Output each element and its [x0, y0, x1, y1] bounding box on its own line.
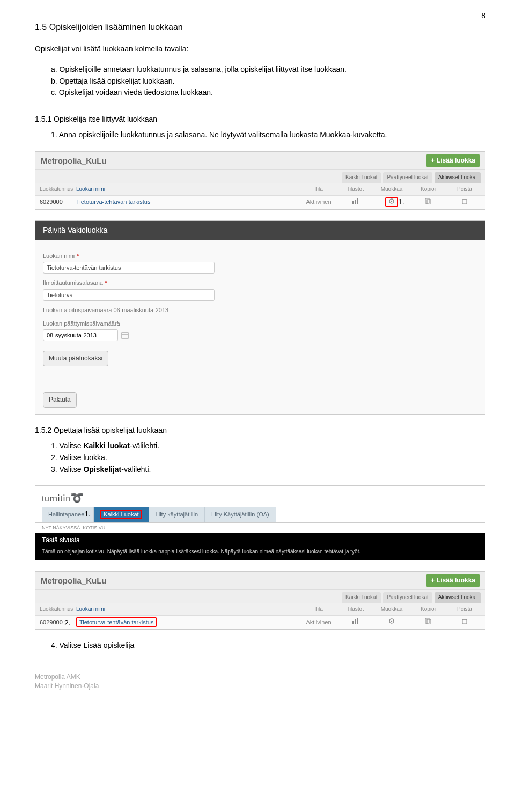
copy-icon — [425, 198, 431, 204]
form-title: Päivitä Vakioluokka — [35, 221, 485, 240]
gear-icon-2 — [388, 618, 395, 624]
tab-ended-classes[interactable]: Päättyneet luokat — [383, 172, 432, 183]
steps-1-5-1: 1. Anna opiskelijoille luokkatunnus ja s… — [51, 130, 485, 141]
step-1-5-2-2: 2. Valitse luokka. — [51, 453, 485, 463]
footer-line-2: Maarit Hynninen-Ojala — [35, 682, 485, 691]
screenshot-turnitin-home: turnitin➰ Hallintapaneeli Kaikki Luokat … — [35, 485, 485, 560]
turnitin-logo: turnitin➰ — [42, 490, 84, 505]
input-enroll-pass[interactable] — [43, 289, 215, 301]
stats-icon — [352, 198, 358, 204]
swirl-icon: ➰ — [70, 492, 84, 504]
abc-item-b: b. Opettaja lisää opiskelijat luokkaan. — [51, 76, 485, 87]
cell-delete-icon[interactable] — [448, 198, 481, 206]
cell-copy-icon-2[interactable] — [412, 618, 444, 626]
class-table-header: Luokkatunnus Luokan nimi Tila Tilastot M… — [35, 183, 485, 196]
input-end-date[interactable] — [43, 329, 118, 341]
svg-point-15 — [391, 621, 392, 622]
svg-rect-0 — [352, 201, 354, 204]
copy-icon-2 — [425, 618, 431, 624]
tab-active-classes[interactable]: Aktiiviset Luokat — [435, 172, 481, 183]
cell-edit-icon-2[interactable] — [376, 618, 408, 626]
add-class-label-2: Lisää luokka — [437, 576, 475, 585]
nav-tabs: Hallintapaneeli Kaikki Luokat 1. Liity k… — [35, 507, 485, 522]
svg-rect-7 — [462, 200, 467, 204]
class-tabs-row: Kaikki Luokat Päättyneet luokat Aktiivis… — [35, 170, 485, 183]
col-state: Tila — [303, 186, 335, 193]
stats-icon-2 — [352, 618, 358, 624]
tab-join-account[interactable]: Liity käyttäjätiliin — [149, 507, 205, 522]
heading-1-5-2: 1.5.2 Opettaja lisää opiskelijat luokkaa… — [35, 425, 485, 436]
tab-all-classes[interactable]: Kaikki Luokat — [342, 172, 381, 183]
col-copy-2: Kopioi — [412, 606, 444, 613]
footer-line-1: Metropolia AMK — [35, 673, 485, 682]
label-class-name: Luokan nimi • — [43, 252, 477, 260]
tab-all-classes-2[interactable]: Kaikki Luokat — [342, 592, 381, 603]
col-edit: Muokkaa — [376, 186, 408, 193]
svg-rect-2 — [357, 198, 358, 204]
calendar-icon[interactable] — [121, 331, 129, 339]
label-end-date: Luokan päättymispäivämäärä — [43, 320, 477, 328]
heading-1-5: 1.5 Opiskelijoiden lisääminen luokkaan — [35, 21, 485, 33]
tab-ended-classes-2[interactable]: Päättyneet luokat — [383, 592, 432, 603]
svg-point-4 — [391, 201, 392, 202]
cell-delete-icon-2[interactable] — [448, 618, 481, 626]
col-copy: Kopioi — [412, 186, 444, 193]
svg-rect-9 — [122, 333, 128, 338]
abc-list: a. Opiskelijoille annetaan luokkatunnus … — [51, 64, 485, 98]
steps-1-5-2: 1. Valitse Kaikki luokat-välilehti. 2. V… — [51, 441, 485, 475]
callout-2: 2. — [64, 618, 71, 629]
org-title: Metropolia_KuLu — [41, 155, 107, 166]
page-number: 8 — [481, 11, 485, 21]
input-class-name[interactable] — [43, 262, 215, 274]
add-class-button-2[interactable]: + Lisää luokka — [426, 574, 480, 587]
tab-join-account-oa[interactable]: Liity Käyttäjätiliin (OA) — [205, 507, 276, 522]
col-stats: Tilastot — [339, 186, 371, 193]
tab-active-classes-2[interactable]: Aktiiviset Luokat — [435, 592, 481, 603]
label-start-date: Luokan aloituspäivämäärä 06-maaliskuuta-… — [43, 306, 477, 314]
add-class-button[interactable]: + Lisää luokka — [426, 154, 480, 167]
screenshot-class-list-1: Metropolia_KuLu + Lisää luokka Kaikki Lu… — [35, 151, 485, 210]
screenshot-class-list-2: Metropolia_KuLu + Lisää luokka Kaikki Lu… — [35, 571, 485, 630]
label-enroll-pass: Ilmoittautumissalasana • — [43, 279, 477, 287]
step-1-5-2-4: 4. Valitse Lisää opiskelija — [51, 640, 485, 651]
col-name: Luokan nimi — [76, 186, 298, 193]
col-delete: Poista — [448, 186, 481, 193]
svg-rect-12 — [355, 619, 356, 624]
svg-rect-13 — [357, 618, 358, 624]
make-main-button[interactable]: Muuta pääluokaksi — [43, 351, 108, 366]
plus-icon: + — [431, 156, 435, 165]
screenshot-edit-class: Päivitä Vakioluokka Luokan nimi • Ilmoit… — [35, 220, 485, 415]
add-class-label: Lisää luokka — [437, 156, 475, 165]
about-text: Tämä on ohjaajan kotisivu. Näpäytä lisää… — [35, 548, 485, 560]
col-code-2: Luokkatunnus — [40, 606, 72, 613]
cell-class-state-2: Aktiivinen — [303, 618, 335, 626]
cell-class-name-2[interactable]: Tietoturva-tehtävän tarkistus 2. — [76, 618, 298, 626]
trash-icon — [461, 198, 468, 204]
restore-button[interactable]: Palauta — [43, 392, 77, 408]
svg-rect-1 — [355, 200, 356, 204]
cell-stats-icon-2[interactable] — [339, 618, 371, 626]
steps-1-5-2-cont: 4. Valitse Lisää opiskelija — [51, 640, 485, 651]
tab-all-classes[interactable]: Kaikki Luokat 1. — [94, 507, 149, 522]
trash-icon-2 — [461, 618, 468, 624]
callout-1b: 1. — [84, 509, 91, 520]
cell-class-state: Aktiivinen — [303, 198, 335, 206]
col-name-2: Luokan nimi — [76, 606, 298, 613]
cell-class-name[interactable]: Tietoturva-tehtävän tarkistus — [76, 198, 298, 206]
cell-stats-icon[interactable] — [339, 198, 371, 206]
about-title: Tästä sivusta — [35, 533, 485, 548]
col-delete-2: Poista — [448, 606, 481, 613]
heading-1-5-1: 1.5.1 Opiskelija itse liittyvät luokkaan — [35, 114, 485, 125]
step-1-5-1-1: 1. Anna opiskelijoille luokkatunnus ja s… — [51, 130, 485, 141]
org-title-2: Metropolia_KuLu — [41, 575, 107, 586]
step-1-5-2-3: 3. Valitse Opiskelijat-välilehti. — [51, 464, 485, 475]
abc-item-c: c. Opiskelijat voidaan viedä tiedostona … — [51, 87, 485, 98]
plus-icon-2: + — [431, 576, 435, 585]
class-row: 6029000 Tietoturva-tehtävän tarkistus Ak… — [35, 196, 485, 209]
col-code: Luokkatunnus — [40, 186, 72, 193]
col-edit-2: Muokkaa — [376, 606, 408, 613]
col-stats-2: Tilastot — [339, 606, 371, 613]
now-viewing: NYT NÄKYVISSÄ: KOTISIVU — [35, 523, 485, 533]
cell-edit-icon[interactable]: 1. — [376, 198, 408, 206]
cell-copy-icon[interactable] — [412, 198, 444, 206]
